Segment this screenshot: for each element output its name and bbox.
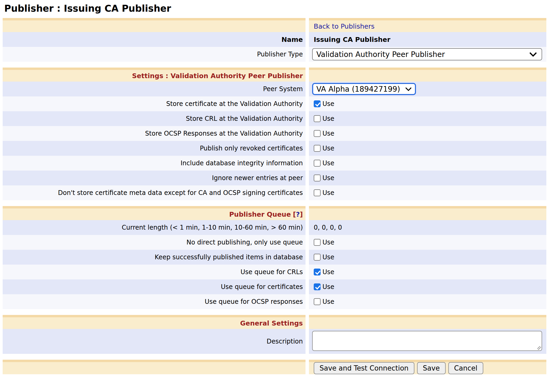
setting-row-control-cell: Use [309, 294, 546, 309]
setting-row: Don't store certificate meta data except… [3, 185, 546, 200]
info-header-left-cell [3, 18, 306, 32]
publisher-queue-table: Publisher Queue [?] Current length (< 1 … [3, 206, 546, 309]
queue-header-right-cell [309, 206, 546, 220]
setting-row: Keep successfully published items in dat… [3, 250, 546, 265]
column-gap [306, 68, 309, 82]
setting-row-label: Ignore newer entries at peer [3, 171, 306, 185]
setting-row-label: Include database integrity information [3, 156, 306, 171]
save-and-test-connection-button[interactable]: Save and Test Connection [314, 362, 414, 374]
column-gap [306, 111, 309, 126]
column-gap [306, 265, 309, 279]
setting-row: Store OCSP Responses at the Validation A… [3, 126, 546, 141]
publisher-type-cell: Validation Authority Peer Publisher [309, 47, 546, 62]
setting-row-label: Publish only revoked certificates [3, 141, 306, 156]
use-checkbox[interactable] [314, 298, 321, 305]
info-header-right-cell: Back to Publishers [309, 18, 546, 32]
actions-row: Save and Test Connection Save Cancel [3, 360, 546, 374]
column-gap [306, 235, 309, 250]
column-gap [306, 206, 309, 220]
column-gap [306, 220, 309, 235]
actions-left-cell [3, 360, 306, 374]
setting-row-control-cell: Use [309, 265, 546, 279]
column-gap [306, 294, 309, 309]
column-gap [306, 18, 309, 32]
help-bracket-open: [ [293, 211, 296, 218]
use-checkbox[interactable] [314, 100, 321, 107]
setting-row: Use queue for certificatesUse [3, 279, 546, 294]
queue-checkbox-rows: No direct publishing, only use queueUseK… [3, 235, 546, 309]
use-checkbox-label: Use [322, 283, 334, 291]
settings-checkbox-rows: Store certificate at the Validation Auth… [3, 96, 546, 200]
description-textarea[interactable] [312, 331, 542, 351]
setting-row-control-cell: Use [309, 141, 546, 156]
use-checkbox[interactable] [314, 239, 321, 246]
setting-row-label: No direct publishing, only use queue [3, 235, 306, 250]
publisher-type-row: Publisher Type Validation Authority Peer… [3, 47, 546, 62]
use-checkbox-label: Use [322, 268, 334, 276]
peer-system-label: Peer System [3, 82, 306, 96]
column-gap [306, 156, 309, 171]
peer-system-row: Peer System VA Alpha (189427199) [3, 82, 546, 96]
setting-row-control-cell: Use [309, 185, 546, 200]
current-length-row: Current length (< 1 min, 1-10 min, 10-60… [3, 220, 546, 235]
use-checkbox[interactable] [314, 145, 321, 152]
column-gap [306, 96, 309, 111]
setting-row-label: Store CRL at the Validation Authority [3, 111, 306, 126]
use-checkbox-label: Use [322, 115, 334, 122]
setting-row: No direct publishing, only use queueUse [3, 235, 546, 250]
save-button[interactable]: Save [417, 362, 446, 374]
setting-row: Use queue for OCSP responsesUse [3, 294, 546, 309]
info-header-row: Back to Publishers [3, 18, 546, 32]
back-to-publishers-link[interactable]: Back to Publishers [314, 23, 374, 30]
publisher-info-table: Back to Publishers Name Issuing CA Publi… [3, 18, 546, 62]
chevron-down-icon [529, 49, 537, 57]
setting-row-control-cell: Use [309, 126, 546, 141]
setting-row-label: Store certificate at the Validation Auth… [3, 96, 306, 111]
setting-row-control-cell: Use [309, 171, 546, 185]
setting-row: Publish only revoked certificatesUse [3, 141, 546, 156]
description-label: Description [3, 329, 306, 354]
use-checkbox-label: Use [322, 159, 334, 167]
setting-row-control-cell: Use [309, 279, 546, 294]
peer-system-select[interactable]: VA Alpha (189427199) [312, 83, 416, 95]
use-checkbox[interactable] [314, 269, 321, 275]
column-gap [306, 141, 309, 156]
general-section-header: General Settings [3, 315, 306, 329]
use-checkbox-label: Use [322, 100, 334, 108]
setting-row-control-cell: Use [309, 156, 546, 171]
publisher-type-select[interactable]: Validation Authority Peer Publisher [312, 48, 542, 60]
setting-row-label: Use queue for certificates [3, 279, 306, 294]
resize-handle-icon[interactable] [537, 346, 541, 350]
column-gap [306, 171, 309, 185]
general-settings-table: General Settings Description [3, 315, 546, 354]
use-checkbox-label: Use [322, 174, 334, 182]
use-checkbox[interactable] [314, 160, 321, 167]
use-checkbox[interactable] [314, 115, 321, 122]
description-cell [309, 329, 546, 354]
use-checkbox[interactable] [314, 254, 321, 261]
queue-header-cell: Publisher Queue [?] [3, 206, 306, 220]
use-checkbox[interactable] [314, 175, 321, 181]
setting-row-control-cell: Use [309, 111, 546, 126]
column-gap [306, 279, 309, 294]
setting-row: Include database integrity informationUs… [3, 156, 546, 171]
queue-help: [?] [293, 211, 303, 218]
name-row: Name Issuing CA Publisher [3, 32, 546, 47]
column-gap [306, 47, 309, 62]
help-question-link[interactable]: ? [296, 211, 300, 218]
name-label: Name [3, 32, 306, 47]
publisher-type-label: Publisher Type [3, 47, 306, 62]
cancel-button[interactable]: Cancel [448, 362, 483, 374]
setting-row-label: Don't store certificate meta data except… [3, 185, 306, 200]
settings-header-right-cell [309, 68, 546, 82]
settings-header-row: Settings : Validation Authority Peer Pub… [3, 68, 546, 82]
publisher-type-selected-option: Validation Authority Peer Publisher [316, 50, 445, 59]
use-checkbox-label: Use [322, 189, 334, 197]
use-checkbox[interactable] [314, 189, 321, 196]
column-gap [306, 250, 309, 265]
setting-row: Store certificate at the Validation Auth… [3, 96, 546, 111]
settings-section-header: Settings : Validation Authority Peer Pub… [3, 68, 306, 82]
column-gap [306, 126, 309, 141]
use-checkbox[interactable] [314, 283, 321, 290]
use-checkbox[interactable] [314, 130, 321, 137]
